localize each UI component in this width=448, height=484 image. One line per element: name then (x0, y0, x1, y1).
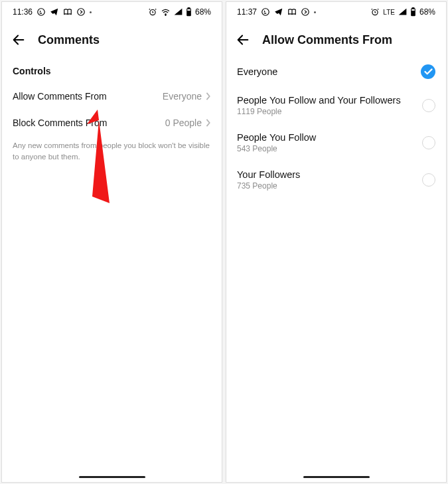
svg-rect-11 (412, 8, 414, 9)
phone-right: 11:37 LTE 68% Allow Comments From Everyo… (226, 1, 447, 483)
check-icon (421, 64, 435, 79)
helper-text: Any new comments from people you block w… (2, 136, 222, 162)
option-followers[interactable]: Your Followers 735 People (226, 161, 446, 199)
radio-empty-icon (422, 173, 435, 187)
statusbar: 11:37 LTE 68% (226, 2, 446, 22)
circle-chevron-icon (76, 7, 86, 17)
option-following[interactable]: People You Follow 543 People (226, 124, 446, 161)
signal-icon (398, 8, 407, 16)
back-button[interactable] (236, 33, 250, 47)
signal-icon (174, 8, 183, 16)
setting-label: Allow Comments From (13, 91, 163, 102)
page-header: Comments (2, 22, 222, 56)
radio-empty-icon (422, 99, 435, 112)
dot-icon (90, 11, 92, 13)
setting-value: Everyone (163, 91, 202, 102)
setting-block-comments-from[interactable]: Block Comments From 0 People (2, 110, 222, 136)
option-label: People You Follow (237, 132, 414, 143)
option-label: Everyone (237, 66, 413, 77)
back-button[interactable] (11, 33, 26, 47)
option-label: People You Follow and Your Followers (237, 95, 414, 106)
option-sublabel: 735 People (237, 181, 414, 191)
wifi-icon (161, 8, 171, 16)
radio-empty-icon (422, 136, 435, 149)
book-icon (287, 8, 297, 16)
statusbar-right: 68% (148, 7, 211, 17)
arrow-left-icon (236, 33, 250, 47)
statusbar-right: LTE 68% (370, 7, 435, 17)
status-battery: 68% (195, 7, 211, 17)
nav-handle[interactable] (303, 476, 370, 478)
svg-point-0 (38, 9, 45, 16)
page-title: Comments (38, 33, 100, 47)
svg-rect-6 (187, 11, 190, 15)
whatsapp-icon (261, 7, 270, 17)
svg-point-8 (302, 9, 309, 16)
battery-icon (410, 7, 416, 17)
option-sublabel: 543 People (237, 144, 414, 153)
svg-rect-12 (411, 11, 414, 15)
arrow-left-icon (11, 33, 26, 47)
telegram-icon (50, 7, 59, 17)
section-heading-controls: Controls (2, 56, 222, 83)
alarm-icon (148, 7, 157, 17)
setting-value: 0 People (165, 118, 202, 128)
dot-icon (314, 11, 316, 13)
option-label: Your Followers (237, 169, 414, 180)
svg-point-1 (78, 9, 85, 16)
chevron-right-icon (206, 119, 211, 127)
book-icon (63, 8, 72, 16)
page-header: Allow Comments From (226, 22, 446, 56)
status-lte: LTE (383, 9, 395, 16)
whatsapp-icon (37, 7, 46, 17)
circle-chevron-icon (301, 7, 310, 17)
statusbar-left: 11:37 (237, 7, 316, 17)
svg-rect-5 (188, 8, 190, 9)
status-time: 11:37 (237, 7, 257, 17)
setting-allow-comments-from[interactable]: Allow Comments From Everyone (2, 83, 222, 110)
statusbar: 11:36 68% (2, 2, 222, 22)
setting-label: Block Comments From (13, 118, 165, 128)
status-time: 11:36 (13, 7, 33, 17)
option-follow-mutual[interactable]: People You Follow and Your Followers 111… (226, 87, 446, 124)
nav-handle[interactable] (79, 476, 145, 478)
page-title: Allow Comments From (262, 33, 392, 47)
option-sublabel: 1119 People (237, 107, 414, 116)
svg-point-7 (262, 9, 269, 16)
svg-point-3 (165, 15, 166, 15)
statusbar-left: 11:36 (13, 7, 92, 17)
telegram-icon (274, 7, 283, 17)
chevron-right-icon (206, 92, 211, 100)
phone-left: 11:36 68% Comments Controls Allow Com (1, 1, 222, 483)
option-everyone[interactable]: Everyone (226, 56, 446, 87)
status-battery: 68% (419, 7, 435, 17)
alarm-icon (370, 7, 380, 17)
battery-icon (186, 7, 192, 17)
